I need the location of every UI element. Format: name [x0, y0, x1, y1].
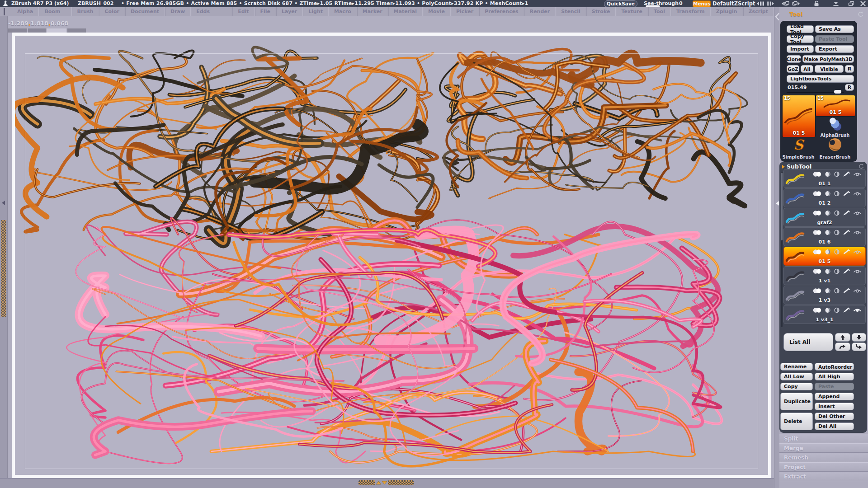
append-button[interactable]: Append — [815, 393, 854, 400]
delete-button[interactable]: Delete — [780, 413, 813, 430]
duplicate-button[interactable]: Duplicate — [780, 393, 813, 410]
list-all-button[interactable]: List All — [783, 333, 833, 351]
visibility-eye-icon[interactable] — [853, 268, 862, 274]
collapsed-palette-row[interactable]: Project — [779, 462, 868, 472]
shade-icon[interactable] — [825, 249, 831, 255]
r-button[interactable]: R — [845, 65, 854, 73]
import-button[interactable]: Import — [787, 45, 814, 53]
load-tool-button[interactable]: Load Tool — [787, 25, 814, 33]
menu-item[interactable]: Boom Bip — [39, 7, 71, 16]
menu-item[interactable]: Draw — [165, 7, 191, 16]
collapsed-palette-row[interactable]: Extract — [779, 472, 868, 481]
bottom-tray-grip[interactable] — [359, 480, 375, 485]
contrast-icon[interactable] — [834, 171, 840, 177]
subtool-row[interactable]: 1 v3_1 — [783, 305, 866, 324]
sculpt-view[interactable] — [15, 36, 768, 475]
bottom-tray-grip[interactable] — [388, 480, 414, 485]
left-tray-divider[interactable] — [0, 16, 8, 488]
polypaint-icon[interactable] — [813, 268, 822, 274]
tool-slider-handle[interactable] — [834, 90, 841, 94]
collapsed-palette-row[interactable]: Merge — [779, 443, 868, 453]
export-button[interactable]: Export — [815, 45, 854, 53]
polish-brush-icon[interactable] — [843, 249, 850, 255]
lock-icon[interactable] — [813, 0, 820, 7]
menu-item[interactable]: Zscript — [743, 7, 774, 16]
lightbox-tools-button[interactable]: Lightbox▸Tools — [787, 75, 854, 83]
recent-tool-thumbnail[interactable]: 15 01 5 — [816, 95, 855, 117]
subtool-move-down-curve-button[interactable] — [852, 343, 866, 351]
polish-brush-icon[interactable] — [843, 307, 850, 313]
polypaint-icon[interactable] — [813, 249, 822, 255]
contrast-icon[interactable] — [834, 230, 840, 235]
polish-brush-icon[interactable] — [843, 171, 850, 177]
clone-button[interactable]: Clone — [787, 55, 801, 63]
visibility-eye-icon[interactable] — [853, 210, 862, 216]
contrast-icon[interactable] — [834, 249, 840, 255]
menu-item[interactable]: Zplugin — [711, 7, 743, 16]
tool-palette-title[interactable]: Tool — [789, 11, 802, 18]
polypaint-icon[interactable] — [813, 171, 822, 177]
polish-brush-icon[interactable] — [843, 288, 850, 294]
shade-icon[interactable] — [825, 288, 831, 294]
subtool-move-up-button[interactable] — [835, 333, 850, 342]
shade-icon[interactable] — [825, 191, 831, 197]
visibility-eye-icon[interactable] — [853, 171, 862, 177]
left-tray-arrow-icon[interactable] — [1, 200, 5, 206]
minimize-icon[interactable] — [832, 1, 840, 6]
dock-left-icon[interactable] — [779, 1, 790, 6]
subtool-row[interactable]: 01 1 — [783, 169, 866, 188]
copy-button[interactable]: Copy — [780, 383, 813, 390]
copy-tool-button[interactable]: Copy Tool — [787, 35, 814, 43]
menu-item[interactable]: Alpha — [12, 7, 39, 16]
subtool-row[interactable]: 01 2 — [783, 188, 866, 207]
scroll-right-icon[interactable] — [766, 1, 777, 6]
menu-item[interactable]: Brush — [72, 7, 99, 16]
rename-button[interactable]: Rename — [780, 363, 813, 371]
menu-item[interactable]: Marker — [357, 7, 388, 16]
visibility-eye-icon[interactable] — [853, 230, 862, 235]
polypaint-icon[interactable] — [813, 191, 822, 197]
quicksave-button[interactable]: QuickSave — [604, 0, 637, 7]
subtool-row[interactable]: graf2 — [783, 208, 866, 227]
shade-icon[interactable] — [825, 307, 831, 313]
menu-item[interactable]: Stroke — [586, 7, 616, 16]
menu-item[interactable]: Tool — [648, 7, 671, 16]
menu-item[interactable]: Color — [99, 7, 125, 16]
visibility-eye-icon[interactable] — [853, 249, 862, 255]
autoreorder-button[interactable]: AutoReorder — [815, 363, 854, 371]
right-tray-arrow-icon[interactable] — [775, 201, 779, 206]
scroll-left-icon[interactable] — [754, 1, 765, 6]
contrast-icon[interactable] — [834, 210, 840, 216]
all-high-button[interactable]: All High — [815, 373, 854, 380]
collapsed-palette-row[interactable]: Remesh — [779, 453, 868, 462]
subtool-row[interactable]: 1 v3 — [783, 286, 866, 305]
contrast-icon[interactable] — [834, 268, 840, 274]
menu-item[interactable]: Preferences — [479, 7, 524, 16]
dock-right-icon[interactable] — [791, 1, 802, 6]
sculpt-canvas[interactable] — [15, 36, 768, 475]
insert-button[interactable]: Insert — [815, 403, 854, 410]
subtool-row[interactable]: 01 6 — [783, 227, 866, 246]
polypaint-icon[interactable] — [813, 307, 822, 313]
contrast-icon[interactable] — [834, 191, 840, 197]
zscript-button[interactable]: DefaultZScript — [712, 0, 755, 7]
subtool-move-down-button[interactable] — [852, 333, 866, 342]
menu-item[interactable]: Stencil — [556, 7, 586, 16]
polish-brush-icon[interactable] — [843, 230, 850, 235]
menu-item[interactable]: Edit — [232, 7, 255, 16]
tool-restore-icon[interactable] — [857, 11, 864, 18]
contrast-icon[interactable] — [834, 288, 840, 294]
menu-item[interactable]: Layer — [276, 7, 303, 16]
shade-icon[interactable] — [825, 268, 831, 274]
collapsed-palette-row[interactable]: Split — [779, 434, 868, 443]
active-tool-thumbnail[interactable]: 15 01 5 — [782, 95, 816, 137]
menu-item[interactable]: Light — [303, 7, 329, 16]
goz-button[interactable]: GoZ — [787, 65, 799, 73]
doc-size-bar[interactable] — [28, 28, 46, 33]
doc-size-bar[interactable] — [47, 28, 66, 33]
visibility-eye-icon[interactable] — [853, 307, 862, 313]
close-icon[interactable] — [860, 1, 866, 6]
menu-item[interactable]: Material — [388, 7, 423, 16]
menu-item[interactable]: Texture — [616, 7, 648, 16]
polypaint-icon[interactable] — [813, 210, 822, 216]
